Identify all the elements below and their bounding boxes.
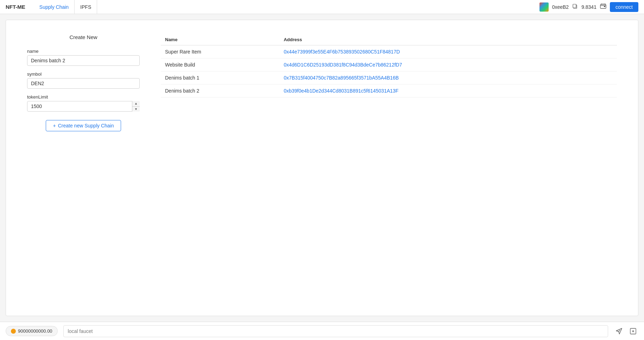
- wallet-address: 0xeeB2: [552, 4, 569, 10]
- token-limit-input[interactable]: [27, 101, 140, 112]
- table-row: Super Rare Item0x44e73999f3e55E4F6b75389…: [161, 45, 617, 58]
- row-name: Denims batch 1: [161, 71, 279, 84]
- row-address[interactable]: 0x44e73999f3e55E4F6b753893502680C51F8481…: [279, 45, 617, 58]
- symbol-label: symbol: [27, 71, 140, 77]
- main-content: Create New name symbol tokenLimit ▲ ▼: [0, 14, 644, 322]
- token-limit-label: tokenLimit: [27, 94, 140, 100]
- footer-balance-value: 90000000000.00: [18, 328, 52, 334]
- wallet-icon[interactable]: [600, 4, 606, 11]
- svg-rect-3: [604, 6, 605, 7]
- col-address-header: Address: [279, 34, 617, 45]
- app-logo: NFT-ME: [6, 4, 25, 10]
- row-name: Super Rare Item: [161, 45, 279, 58]
- create-supply-chain-button[interactable]: + Create new Supply Chain: [46, 120, 121, 131]
- spinner-down[interactable]: ▼: [132, 107, 140, 112]
- table-row: Denims batch 10x7B315f4004750c7B82a89566…: [161, 71, 617, 84]
- row-address[interactable]: 0xb39f0e4b1De2d344Cd8031B891c5f6145031A1…: [279, 84, 617, 97]
- token-limit-wrap: ▲ ▼: [27, 101, 140, 112]
- content-card: Create New name symbol tokenLimit ▲ ▼: [6, 20, 638, 316]
- table-body: Super Rare Item0x44e73999f3e55E4F6b75389…: [161, 45, 617, 97]
- footer-balance-display: 90000000000.00: [6, 326, 58, 336]
- row-name: Denims batch 2: [161, 84, 279, 97]
- nav-supply-chain[interactable]: Supply Chain: [34, 0, 75, 14]
- balance-circle-icon: [11, 329, 16, 334]
- export-icon[interactable]: [628, 326, 638, 336]
- supply-chain-table-panel: Name Address Super Rare Item0x44e73999f3…: [161, 34, 617, 302]
- supply-chain-table: Name Address Super Rare Item0x44e73999f3…: [161, 34, 617, 97]
- wallet-avatar: [539, 2, 549, 12]
- main-nav: Supply Chain IPFS: [34, 0, 539, 14]
- faucet-input[interactable]: [63, 325, 608, 337]
- name-label: name: [27, 49, 140, 54]
- token-limit-field-group: tokenLimit ▲ ▼: [27, 94, 140, 112]
- name-field-group: name: [27, 49, 140, 66]
- col-name-header: Name: [161, 34, 279, 45]
- connect-button[interactable]: connect: [610, 2, 638, 12]
- table-header-row: Name Address: [161, 34, 617, 45]
- create-title: Create New: [69, 34, 97, 40]
- nav-ipfs[interactable]: IPFS: [75, 0, 97, 14]
- spinner-up[interactable]: ▲: [132, 101, 140, 107]
- row-address[interactable]: 0x7B315f4004750c7B82a895665f3571bA55A4B1…: [279, 71, 617, 84]
- table-row: Website Build0x4d6D1C6D25193dD381f8C94d3…: [161, 58, 617, 71]
- header-right: 0xeeB2 9.8341 connect: [539, 2, 638, 12]
- name-input[interactable]: [27, 55, 140, 66]
- header-balance: 9.8341: [581, 4, 596, 10]
- svg-rect-1: [573, 4, 576, 8]
- table-header: Name Address: [161, 34, 617, 45]
- number-spinners: ▲ ▼: [132, 101, 140, 112]
- app-header: NFT-ME Supply Chain IPFS 0xeeB2 9.8341 c: [0, 0, 644, 14]
- send-icon[interactable]: [614, 326, 624, 336]
- faucet-input-wrap: [63, 325, 608, 337]
- copy-address-icon[interactable]: [572, 4, 578, 11]
- plus-icon: +: [53, 123, 56, 128]
- table-row: Denims batch 20xb39f0e4b1De2d344Cd8031B8…: [161, 84, 617, 97]
- create-btn-label: Create new Supply Chain: [58, 123, 114, 128]
- row-address[interactable]: 0x4d6D1C6D25193dD381f8C94d3BdeCe7b86212f…: [279, 58, 617, 71]
- app-footer: 90000000000.00: [0, 322, 644, 340]
- row-name: Website Build: [161, 58, 279, 71]
- symbol-field-group: symbol: [27, 71, 140, 89]
- create-form-panel: Create New name symbol tokenLimit ▲ ▼: [27, 34, 140, 302]
- footer-actions: [614, 326, 638, 336]
- symbol-input[interactable]: [27, 78, 140, 89]
